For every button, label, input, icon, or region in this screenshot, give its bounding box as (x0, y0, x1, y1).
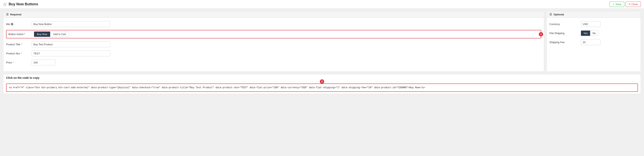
shipping-fee-row: Shipping Fee (550, 39, 638, 45)
title-label: title i (6, 23, 32, 26)
page-title: Buy Now Buttons (9, 2, 38, 6)
required-panel-header: ☰ Required (3, 11, 544, 18)
flat-shipping-toggle: Yes No (581, 31, 598, 36)
optional-header-label: Optional (554, 13, 564, 16)
flat-shipping-yes-button[interactable]: Yes (581, 31, 590, 36)
button-action-label: Button Action * (8, 33, 34, 36)
close-label: Close (632, 3, 638, 6)
currency-label: Currency (550, 23, 581, 26)
flat-shipping-no-button[interactable]: No (590, 31, 598, 36)
required-panel: ☰ Required title i Bu (3, 11, 544, 72)
flat-shipping-row: Flat Shipping Yes No (550, 30, 638, 36)
price-label: Price * (6, 61, 32, 64)
product-title-label: Product Title * (6, 43, 32, 46)
flat-shipping-label: Flat Shipping (550, 32, 581, 35)
product-title-input[interactable] (32, 41, 110, 47)
title-input[interactable] (32, 21, 110, 27)
buy-now-button[interactable]: Buy Now (34, 32, 50, 37)
shipping-fee-label: Shipping Fee (550, 41, 581, 44)
title-row: title i (6, 21, 541, 27)
product-title-row: Product Title * (6, 41, 541, 48)
code-section: Click on the code to copy 2 <a href="#" … (3, 74, 641, 94)
currency-row: Currency (550, 21, 638, 27)
page-wrapper: 🛒 Buy Now Buttons ✓ Save ✕ Close ☰ Requi… (0, 0, 644, 156)
product-title-required: * (21, 43, 22, 46)
badge-1: 1 (539, 32, 543, 37)
button-action-group: Buy Now Add to Cart (34, 32, 69, 37)
panels-row: ☰ Required title i Bu (3, 11, 641, 72)
close-button[interactable]: ✕ Close (626, 2, 641, 7)
button-action-row: Button Action * Buy Now Add to Cart 1 (6, 30, 541, 38)
optional-panel: ☰ Optional Currency Flat Shipping Yes (546, 11, 641, 72)
required-header-label: Required (10, 13, 21, 16)
price-row: Price * (6, 59, 541, 66)
optional-panel-body: Currency Flat Shipping Yes No Shipping F… (547, 18, 641, 51)
button-action-required-star: * (24, 33, 25, 36)
add-to-cart-button[interactable]: Add to Cart (50, 32, 69, 37)
close-x-icon: ✕ (628, 3, 631, 6)
badge-2: 2 (320, 79, 324, 84)
optional-header-icon: ☰ (550, 13, 552, 16)
cart-icon: 🛒 (3, 2, 7, 6)
shipping-fee-input[interactable] (581, 39, 600, 45)
price-input[interactable] (32, 60, 55, 65)
page-header: 🛒 Buy Now Buttons ✓ Save ✕ Close (0, 0, 644, 9)
page-title-area: 🛒 Buy Now Buttons (3, 2, 38, 6)
save-checkmark-icon: ✓ (612, 3, 615, 6)
optional-panel-header: ☰ Optional (547, 11, 641, 18)
required-panel-body: title i Button Action * Buy Now (3, 18, 544, 72)
product-sku-required: * (21, 52, 22, 55)
header-actions: ✓ Save ✕ Close (610, 2, 641, 7)
price-required: * (13, 61, 14, 64)
title-info-icon: i (11, 23, 13, 25)
save-label: Save (616, 3, 622, 6)
save-button[interactable]: ✓ Save (610, 2, 624, 7)
product-sku-row: Product Sku * (6, 50, 541, 57)
currency-input[interactable] (581, 21, 600, 27)
code-body: 2 <a href="#" class="btn btn-primary btn… (3, 82, 641, 94)
main-content: ☰ Required title i Bu (0, 9, 644, 96)
code-block[interactable]: <a href="#" class="btn btn-primary btn-c… (6, 84, 638, 92)
required-header-icon: ☰ (6, 13, 9, 16)
product-sku-input[interactable] (32, 50, 110, 56)
product-sku-label: Product Sku * (6, 52, 32, 55)
